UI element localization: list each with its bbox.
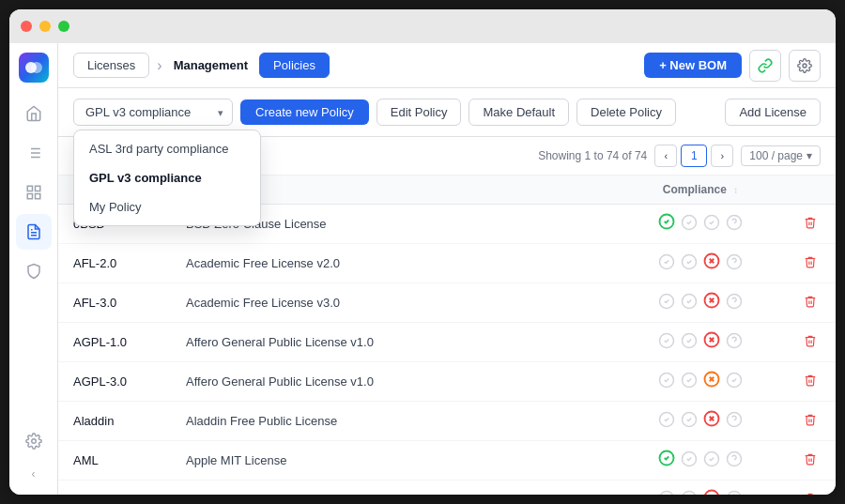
delete-row-button[interactable] [800, 451, 821, 470]
compliance-cell [616, 402, 785, 441]
maximize-button[interactable] [58, 21, 69, 32]
license-id-cell: AFL-3.0 [58, 283, 171, 323]
nav-policies-button[interactable]: Policies [259, 53, 330, 78]
outline-check-icon [681, 451, 698, 470]
next-page-button[interactable]: › [711, 145, 733, 167]
action-cell [785, 362, 836, 402]
table-row: Aladdin Aladdin Free Public License [58, 402, 836, 441]
new-bom-button[interactable]: + New BOM [644, 53, 742, 78]
question-icon [726, 411, 743, 431]
outline-check-icon [681, 490, 698, 495]
app-window: ‹ Licenses › Management Policies + New B… [9, 9, 836, 495]
svg-point-65 [728, 492, 742, 496]
compliance-cell [616, 481, 785, 496]
question-icon [726, 451, 743, 470]
compliance-cell [616, 205, 785, 244]
delete-row-button[interactable] [800, 253, 821, 273]
delete-row-button[interactable] [800, 214, 821, 234]
table-row: AFL-3.0 Academic Free License v3.0 [58, 283, 836, 323]
sidebar-collapse-button[interactable]: ‹ [16, 463, 52, 485]
x-red-icon [703, 410, 720, 432]
col-actions [785, 176, 836, 205]
outline-check-icon [681, 332, 698, 352]
add-license-button[interactable]: Add License [725, 99, 821, 126]
delete-policy-button[interactable]: Delete Policy [576, 99, 676, 126]
x-red-icon [703, 292, 720, 313]
table-row: AGPL-1.0 Affero General Public License v… [58, 323, 836, 362]
compliance-cell [616, 362, 785, 402]
sidebar-item-licenses[interactable] [16, 214, 52, 250]
outline-check-icon [658, 372, 675, 391]
question-icon [726, 293, 743, 313]
compliance-header-label: Compliance [663, 183, 727, 196]
compliance-cell [616, 244, 785, 283]
x-orange-icon [703, 371, 720, 392]
outline-check-icon [658, 490, 675, 495]
check-icon [658, 213, 675, 235]
sidebar-item-components[interactable] [16, 175, 52, 210]
close-button[interactable] [21, 21, 32, 32]
nav-licenses-button[interactable]: Licenses [73, 53, 149, 78]
license-name-cell: Aladdin Free Public License [171, 402, 616, 441]
sidebar-item-vulnerabilities[interactable] [16, 253, 52, 289]
license-id-cell: AGPL-1.0 [58, 323, 171, 362]
sidebar-item-home[interactable] [16, 96, 52, 131]
compliance-cell [616, 323, 785, 362]
per-page-select[interactable]: 100 / page ▾ [741, 145, 821, 166]
table-row: Apache-1.0 Apache License 1.0 [58, 481, 836, 496]
x-red-icon [703, 252, 720, 274]
action-cell [785, 205, 836, 244]
create-policy-button[interactable]: Create new Policy [240, 99, 369, 125]
compliance-sort-icon[interactable]: ↕ [733, 185, 738, 195]
outline-check-icon [658, 332, 675, 352]
action-cell [785, 402, 836, 441]
license-name-cell: Academic Free License v3.0 [171, 283, 616, 323]
license-name-cell: Affero General Public License v1.0 [171, 323, 616, 362]
per-page-arrow-icon: ▾ [807, 149, 812, 162]
sidebar-item-list[interactable] [16, 135, 52, 171]
action-cell [785, 323, 836, 362]
page-nav: ‹ 1 › [654, 145, 733, 167]
minimize-button[interactable] [39, 21, 51, 32]
svg-point-14 [31, 439, 36, 444]
action-cell [785, 441, 836, 481]
svg-rect-9 [35, 186, 39, 191]
edit-policy-button[interactable]: Edit Policy [376, 99, 462, 126]
svg-rect-11 [27, 194, 32, 199]
question-icon [726, 214, 743, 234]
link-icon-button[interactable] [749, 50, 781, 82]
dropdown-option-asl[interactable]: ASL 3rd party compliance [74, 134, 260, 163]
table-row: AML Apple MIT License [58, 441, 836, 481]
logo [19, 53, 49, 83]
license-name-cell: Academic Free License v2.0 [171, 244, 616, 283]
settings-icon-button[interactable] [789, 50, 821, 82]
delete-row-button[interactable] [800, 490, 821, 495]
dropdown-option-mypolicy[interactable]: My Policy [74, 192, 260, 221]
svg-point-15 [803, 64, 807, 68]
nav-management-label: Management [170, 58, 252, 72]
sidebar-bottom: ‹ [16, 423, 52, 485]
nav-right: + New BOM [644, 50, 821, 82]
current-page: 1 [681, 145, 707, 167]
license-id-cell: Aladdin [58, 402, 171, 441]
policy-dropdown-menu: ASL 3rd party compliance GPL v3 complian… [73, 130, 261, 226]
policy-dropdown[interactable]: GPL v3 compliance ▾ ASL 3rd party compli… [73, 99, 233, 126]
question-icon [726, 332, 743, 352]
sidebar-item-settings[interactable] [16, 423, 52, 459]
make-default-button[interactable]: Make Default [469, 99, 569, 126]
license-id-cell: Apache-1.0 [58, 481, 171, 496]
license-id-cell: AGPL-3.0 [58, 362, 171, 402]
delete-row-button[interactable] [800, 332, 821, 352]
license-name-cell: Affero General Public License v1.0 [171, 362, 616, 402]
x-red-icon [703, 331, 720, 353]
svg-point-62 [705, 491, 719, 496]
outline-check-icon [681, 293, 698, 313]
prev-page-button[interactable]: ‹ [654, 145, 677, 167]
delete-row-button[interactable] [800, 411, 821, 431]
delete-row-button[interactable] [800, 372, 821, 391]
check-icon [658, 450, 675, 471]
outline-check-icon [681, 214, 698, 234]
svg-rect-8 [27, 186, 32, 191]
dropdown-option-gpl[interactable]: GPL v3 compliance [74, 163, 260, 192]
delete-row-button[interactable] [800, 293, 821, 313]
